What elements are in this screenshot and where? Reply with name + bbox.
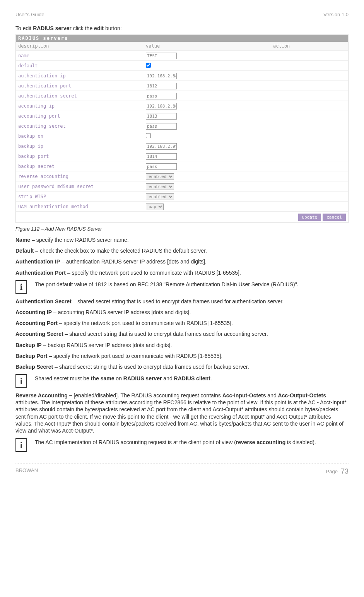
page-header: User's Guide Version 1.0 <box>15 12 349 17</box>
strip-wisp-select[interactable]: enabled <box>146 193 174 200</box>
note-1-text: The port default value of 1812 is based … <box>35 280 349 288</box>
table-title: RADIUS servers <box>16 35 348 42</box>
para-default: Default – check the check box to make th… <box>15 247 349 254</box>
para-backup-secret: Backup Secret – shared secret string tha… <box>15 363 349 370</box>
column-headers: description value action <box>16 42 348 51</box>
note-2-text: Shared secret must be the same on RADIUS… <box>35 374 349 382</box>
row-auth-ip: authentication ip <box>16 71 348 81</box>
para-auth-ip: Authentication IP – authentication RADIU… <box>15 258 349 265</box>
row-reverse-accounting: reverse accounting enabled <box>16 171 348 181</box>
header-left: User's Guide <box>15 12 44 17</box>
para-backup-port: Backup Port – specify the network port u… <box>15 352 349 359</box>
page-footer: BROWAN Page 73 <box>15 464 349 476</box>
acct-ip-input[interactable] <box>146 103 177 109</box>
intro-text: To edit RADIUS server click the edit but… <box>15 25 349 31</box>
row-backup-port: backup port <box>16 151 348 161</box>
row-backup-on: backup on <box>16 131 348 141</box>
note-1: i The port default value of 1812 is base… <box>15 280 349 294</box>
note-2: i Shared secret must be the same on RADI… <box>15 374 349 388</box>
row-name: name <box>16 51 348 61</box>
row-backup-ip: backup ip <box>16 141 348 151</box>
para-auth-port: Authentication Port – specify the networ… <box>15 269 349 276</box>
row-auth-secret: authentication secret <box>16 91 348 101</box>
para-acct-port: Accounting Port – specify the network po… <box>15 320 349 327</box>
row-acct-ip: accounting ip <box>16 101 348 111</box>
row-uam: UAM authentication method pap <box>16 202 348 212</box>
acct-port-input[interactable] <box>146 113 177 120</box>
auth-ip-input[interactable] <box>146 73 177 79</box>
uam-select[interactable]: pap <box>146 204 164 210</box>
para-auth-secret: Authentication Secret – shared secret st… <box>15 298 349 305</box>
col-action: action <box>271 42 348 50</box>
note-3: i The AC implementation of RADIUS accoun… <box>15 438 349 452</box>
cancel-button[interactable]: cancel <box>323 214 346 221</box>
row-backup-secret: backup secret <box>16 161 348 171</box>
auth-secret-input[interactable] <box>146 93 177 99</box>
col-value: value <box>144 42 271 50</box>
reverse-accounting-select[interactable]: enabled <box>146 173 174 180</box>
backup-secret-input[interactable] <box>146 163 177 170</box>
update-button[interactable]: update <box>298 214 321 221</box>
radius-servers-table: RADIUS servers description value action … <box>15 34 349 223</box>
para-acct-secret: Accounting Secret – shared secret string… <box>15 330 349 337</box>
backup-ip-input[interactable] <box>146 143 177 150</box>
name-input[interactable] <box>146 53 177 59</box>
row-auth-port: authentication port <box>16 81 348 91</box>
note-3-text: The AC implementation of RADIUS accounti… <box>35 438 349 446</box>
para-reverse-accounting: Reverse Accounting – [enabled/disabled].… <box>15 392 349 434</box>
backup-on-checkbox[interactable] <box>146 133 151 138</box>
info-icon: i <box>15 280 27 294</box>
info-icon: i <box>15 438 27 452</box>
row-md5sum: user password md5sum secret enabled <box>16 181 348 192</box>
footer-page: Page 73 <box>326 467 349 476</box>
button-row: update cancel <box>16 212 348 222</box>
row-acct-port: accounting port <box>16 111 348 121</box>
footer-left: BROWAN <box>15 467 38 476</box>
row-default: default <box>16 61 348 71</box>
md5sum-select[interactable]: enabled <box>146 183 174 190</box>
row-acct-secret: accounting secret <box>16 121 348 131</box>
header-right: Version 1.0 <box>323 12 349 17</box>
figure-caption: Figure 112 – Add New RADIUS Server <box>15 226 349 232</box>
default-checkbox[interactable] <box>146 63 151 68</box>
info-icon: i <box>15 374 27 388</box>
para-backup-ip: Backup IP – backup RADIUS server IP addr… <box>15 342 349 349</box>
auth-port-input[interactable] <box>146 83 177 89</box>
acct-secret-input[interactable] <box>146 123 177 130</box>
backup-port-input[interactable] <box>146 153 177 160</box>
col-description: description <box>16 42 144 50</box>
para-acct-ip: Accounting IP – accounting RADIUS server… <box>15 309 349 316</box>
row-strip-wisp: strip WISP enabled <box>16 192 348 202</box>
para-name: Name – specify the new RADIUS server nam… <box>15 236 349 243</box>
